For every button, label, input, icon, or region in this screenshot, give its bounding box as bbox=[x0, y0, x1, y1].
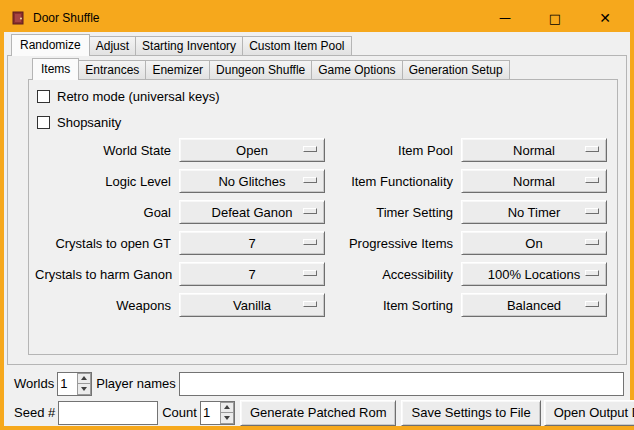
accessibility-dropdown[interactable]: 100% Locations bbox=[461, 262, 607, 286]
dropdown-indicator-icon bbox=[303, 146, 317, 152]
arrow-up-icon bbox=[81, 376, 87, 380]
tab-entrances[interactable]: Entrances bbox=[78, 60, 146, 79]
count-spin-buttons bbox=[220, 402, 234, 424]
arrow-down-icon bbox=[224, 416, 230, 420]
arrow-down-icon bbox=[81, 387, 87, 391]
crystals-ganon-dropdown[interactable]: 7 bbox=[179, 262, 325, 286]
retro-mode-label: Retro mode (universal keys) bbox=[57, 89, 220, 104]
tab-adjust[interactable]: Adjust bbox=[89, 36, 136, 55]
logic-level-label: Logic Level bbox=[35, 174, 173, 189]
items-pane: Retro mode (universal keys) Shopsanity W… bbox=[28, 79, 618, 355]
caption-buttons: — □ ✕ bbox=[480, 4, 630, 32]
item-sorting-value: Balanced bbox=[507, 298, 561, 313]
accessibility-value: 100% Locations bbox=[488, 267, 581, 282]
timer-setting-label: Timer Setting bbox=[331, 205, 455, 220]
count-input[interactable] bbox=[201, 402, 220, 424]
worlds-spin-down-button[interactable] bbox=[77, 384, 91, 395]
item-pool-dropdown[interactable]: Normal bbox=[461, 138, 607, 162]
open-output-directory-button[interactable]: Open Output Directory bbox=[544, 400, 634, 426]
logic-level-dropdown[interactable]: No Glitches bbox=[179, 169, 325, 193]
seed-label: Seed # bbox=[10, 405, 58, 420]
maximize-button[interactable]: □ bbox=[530, 4, 580, 32]
window-content: Randomize Adjust Starting Inventory Cust… bbox=[4, 32, 630, 426]
dropdown-indicator-icon bbox=[585, 239, 599, 245]
progressive-items-label: Progressive Items bbox=[331, 236, 455, 251]
dropdown-indicator-icon bbox=[303, 177, 317, 183]
main-tab-bar: Randomize Adjust Starting Inventory Cust… bbox=[7, 34, 627, 55]
window-title: Door Shuffle bbox=[33, 11, 100, 25]
tab-dungeon-shuffle[interactable]: Dungeon Shuffle bbox=[209, 60, 312, 79]
app-icon bbox=[10, 10, 26, 26]
tab-game-options[interactable]: Game Options bbox=[311, 60, 402, 79]
tab-enemizer[interactable]: Enemizer bbox=[145, 60, 210, 79]
accessibility-label: Accessibility bbox=[331, 267, 455, 282]
world-state-value: Open bbox=[236, 143, 268, 158]
shopsanity-row: Shopsanity bbox=[37, 110, 611, 134]
save-settings-button[interactable]: Save Settings to File bbox=[401, 400, 540, 426]
player-names-input[interactable] bbox=[179, 372, 624, 396]
timer-setting-value: No Timer bbox=[508, 205, 561, 220]
retro-mode-row: Retro mode (universal keys) bbox=[37, 84, 611, 108]
crystals-ganon-value: 7 bbox=[248, 267, 255, 282]
retro-mode-checkbox[interactable] bbox=[37, 90, 50, 103]
count-label: Count bbox=[158, 405, 200, 420]
tab-items[interactable]: Items bbox=[32, 58, 79, 80]
worlds-row: Worlds Player names bbox=[10, 371, 624, 396]
dropdown-indicator-icon bbox=[585, 270, 599, 276]
dropdown-indicator-icon bbox=[303, 301, 317, 307]
progressive-items-value: On bbox=[525, 236, 542, 251]
item-sorting-dropdown[interactable]: Balanced bbox=[461, 293, 607, 317]
item-functionality-dropdown[interactable]: Normal bbox=[461, 169, 607, 193]
seed-row: Seed # Count Generate Patched Rom Save S… bbox=[10, 400, 624, 425]
bottom-controls: Worlds Player names Seed # Count bbox=[10, 371, 624, 425]
worlds-label: Worlds bbox=[10, 376, 57, 391]
dropdown-indicator-icon bbox=[303, 208, 317, 214]
item-functionality-value: Normal bbox=[513, 174, 555, 189]
item-pool-value: Normal bbox=[513, 143, 555, 158]
window: Door Shuffle — □ ✕ Randomize Adjust Star… bbox=[0, 0, 634, 430]
item-functionality-label: Item Functionality bbox=[331, 174, 455, 189]
tab-custom-item-pool[interactable]: Custom Item Pool bbox=[242, 36, 351, 55]
goal-dropdown[interactable]: Defeat Ganon bbox=[179, 200, 325, 224]
shopsanity-checkbox[interactable] bbox=[37, 116, 50, 129]
logic-level-value: No Glitches bbox=[218, 174, 285, 189]
dropdown-indicator-icon bbox=[585, 146, 599, 152]
weapons-label: Weapons bbox=[35, 298, 173, 313]
goal-value: Defeat Ganon bbox=[212, 205, 293, 220]
crystals-ganon-label: Crystals to harm Ganon bbox=[35, 267, 173, 282]
weapons-dropdown[interactable]: Vanilla bbox=[179, 293, 325, 317]
count-spinbox bbox=[200, 401, 235, 425]
titlebar[interactable]: Door Shuffle — □ ✕ bbox=[4, 4, 630, 32]
sub-tab-bar: Items Entrances Enemizer Dungeon Shuffle… bbox=[28, 58, 618, 79]
progressive-items-dropdown[interactable]: On bbox=[461, 231, 607, 255]
tab-randomize[interactable]: Randomize bbox=[11, 34, 90, 56]
crystals-gt-value: 7 bbox=[248, 236, 255, 251]
dropdown-indicator-icon bbox=[585, 177, 599, 183]
arrow-up-icon bbox=[224, 405, 230, 409]
generate-patched-rom-button[interactable]: Generate Patched Rom bbox=[240, 400, 397, 426]
timer-setting-dropdown[interactable]: No Timer bbox=[461, 200, 607, 224]
worlds-input[interactable] bbox=[58, 373, 77, 395]
player-names-label: Player names bbox=[92, 376, 178, 391]
shopsanity-label: Shopsanity bbox=[57, 115, 121, 130]
dropdown-indicator-icon bbox=[303, 239, 317, 245]
count-spin-down-button[interactable] bbox=[220, 413, 234, 424]
minimize-button[interactable]: — bbox=[480, 4, 530, 32]
world-state-label: World State bbox=[35, 143, 173, 158]
settings-grid: World State Open Item Pool Normal Logic … bbox=[35, 138, 611, 317]
seed-input[interactable] bbox=[58, 401, 158, 425]
world-state-dropdown[interactable]: Open bbox=[179, 138, 325, 162]
item-sorting-label: Item Sorting bbox=[331, 298, 455, 313]
count-spin-up-button[interactable] bbox=[220, 402, 234, 414]
tab-generation-setup[interactable]: Generation Setup bbox=[402, 60, 510, 79]
randomize-pane: Items Entrances Enemizer Dungeon Shuffle… bbox=[7, 55, 627, 365]
item-pool-label: Item Pool bbox=[331, 143, 455, 158]
dropdown-indicator-icon bbox=[303, 270, 317, 276]
worlds-spinbox bbox=[57, 372, 92, 396]
goal-label: Goal bbox=[35, 205, 173, 220]
close-button[interactable]: ✕ bbox=[580, 4, 630, 32]
crystals-gt-dropdown[interactable]: 7 bbox=[179, 231, 325, 255]
weapons-value: Vanilla bbox=[233, 298, 271, 313]
worlds-spin-up-button[interactable] bbox=[77, 373, 91, 385]
tab-starting-inventory[interactable]: Starting Inventory bbox=[135, 36, 243, 55]
